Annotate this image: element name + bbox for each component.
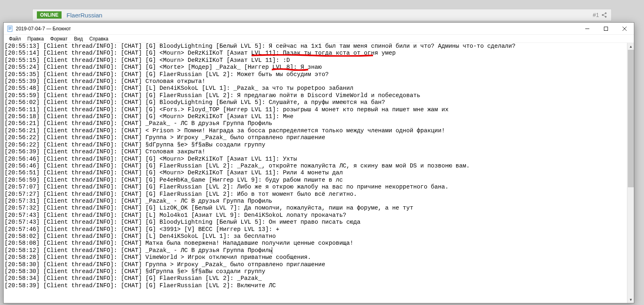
window-controls xyxy=(578,23,634,35)
titlebar[interactable]: 2019-07-04-7 — Блокнот xyxy=(4,23,634,35)
log-line: [20:55:48] [Client thread/INFO]: [CHAT] … xyxy=(4,85,626,92)
online-badge: ONLINE xyxy=(37,11,62,19)
window-title: 2019-07-04-7 — Блокнот xyxy=(16,26,71,32)
log-line: [20:56:39] [Client thread/INFO]: [CHAT] … xyxy=(4,148,626,155)
log-line: [20:56:46] [Client thread/INFO]: [CHAT] … xyxy=(4,156,626,163)
log-line: [20:57:46] [Client thread/INFO]: [CHAT] … xyxy=(4,226,626,233)
log-line: [20:56:51] [Client thread/INFO]: [CHAT] … xyxy=(4,169,626,176)
log-line: [20:58:02] [Client thread/INFO]: [CHAT] … xyxy=(4,233,626,240)
log-line: [20:57:31] [Client thread/INFO]: [CHAT] … xyxy=(4,198,626,205)
menubar: Файл Правка Формат Вид Справка xyxy=(4,35,634,43)
forum-username-link[interactable]: FlaerRussian xyxy=(66,12,102,19)
log-line: [20:56:22] [Client thread/INFO]: [CHAT] … xyxy=(4,142,626,148)
log-line: [20:58:39] [Client thread/INFO]: [CHAT] … xyxy=(4,282,626,289)
forum-post-header: ONLINE FlaerRussian #1 xyxy=(32,9,612,21)
log-line: [20:56:02] [Client thread/INFO]: [CHAT] … xyxy=(4,99,626,106)
post-number-text[interactable]: #1 xyxy=(593,12,599,18)
log-line: [20:57:07] [Client thread/INFO]: [CHAT] … xyxy=(4,184,626,191)
post-number: #1 xyxy=(593,12,607,18)
menu-view[interactable]: Вид xyxy=(71,35,86,42)
log-line: [20:58:08] [Client thread/INFO]: [CHAT] … xyxy=(4,240,626,247)
log-line: [20:56:21] [Client thread/INFO]: [CHAT] … xyxy=(4,127,626,134)
log-line: [20:58:12] [Client thread/INFO]: [CHAT] … xyxy=(4,247,626,254)
log-line: [20:55:15] [Client thread/INFO]: [CHAT] … xyxy=(4,57,626,64)
log-line: [20:58:30] [Client thread/INFO]: [CHAT] … xyxy=(4,268,626,275)
log-line: [20:55:35] [Client thread/INFO]: [CHAT] … xyxy=(4,71,626,78)
log-line: [20:56:18] [Client thread/INFO]: [CHAT] … xyxy=(4,113,626,120)
vertical-scrollbar[interactable]: ▲ ▼ xyxy=(627,43,634,303)
menu-file[interactable]: Файл xyxy=(6,35,24,42)
log-line: [20:57:43] [Client thread/INFO]: [CHAT] … xyxy=(4,212,626,219)
close-button[interactable] xyxy=(615,23,634,35)
log-line: [20:55:13] [Client thread/INFO]: [CHAT] … xyxy=(4,43,626,50)
log-line: [20:56:11] [Client thread/INFO]: [CHAT] … xyxy=(4,106,626,113)
close-icon xyxy=(623,27,627,31)
share-icon[interactable] xyxy=(601,12,607,18)
log-line: [20:55:39] [Client thread/INFO]: [CHAT] … xyxy=(4,78,626,85)
scroll-up-button[interactable]: ▲ xyxy=(627,43,634,50)
log-line: [20:57:43] [Client thread/INFO]: [CHAT] … xyxy=(4,219,626,226)
log-line: [20:55:59] [Client thread/INFO]: [CHAT] … xyxy=(4,92,626,99)
log-line: [20:57:32] [Client thread/INFO]: [CHAT] … xyxy=(4,205,626,212)
minimize-button[interactable] xyxy=(578,23,597,35)
log-line: [20:56:22] [Client thread/INFO]: [CHAT] … xyxy=(4,134,626,141)
log-line: [20:58:28] [Client thread/INFO]: [CHAT] … xyxy=(4,254,626,261)
notepad-window: 2019-07-04-7 — Блокнот Файл Правка Форма… xyxy=(3,22,634,303)
maximize-button[interactable] xyxy=(597,23,615,35)
log-line: [20:55:24] [Client thread/INFO]: [CHAT] … xyxy=(4,64,626,71)
log-line: [20:58:34] [Client thread/INFO]: [CHAT] … xyxy=(4,275,626,282)
log-line: [20:56:59] [Client thread/INFO]: [CHAT] … xyxy=(4,177,626,184)
menu-help[interactable]: Справка xyxy=(86,35,111,42)
notepad-app-icon xyxy=(7,25,13,32)
log-line: [20:55:14] [Client thread/INFO]: [CHAT] … xyxy=(4,50,626,57)
editor-area: [20:55:13] [Client thread/INFO]: [CHAT] … xyxy=(4,43,634,303)
menu-edit[interactable]: Правка xyxy=(25,35,47,42)
text-editor[interactable]: [20:55:13] [Client thread/INFO]: [CHAT] … xyxy=(4,43,627,303)
scroll-down-button[interactable]: ▼ xyxy=(627,296,634,303)
svg-rect-6 xyxy=(604,27,608,30)
log-line: [20:58:30] [Client thread/INFO]: [CHAT] … xyxy=(4,261,626,268)
log-line: [20:57:27] [Client thread/INFO]: [CHAT] … xyxy=(4,191,626,198)
maximize-icon xyxy=(604,27,608,31)
menu-format[interactable]: Формат xyxy=(47,35,70,42)
log-line: [20:56:46] [Client thread/INFO]: [CHAT] … xyxy=(4,163,626,169)
minimize-icon xyxy=(585,27,589,31)
log-line: [20:56:21] [Client thread/INFO]: [CHAT] … xyxy=(4,120,626,127)
scroll-thumb[interactable] xyxy=(628,50,634,187)
text-caret xyxy=(272,247,272,254)
forum-background: ONLINE FlaerRussian #1 xyxy=(0,0,644,22)
